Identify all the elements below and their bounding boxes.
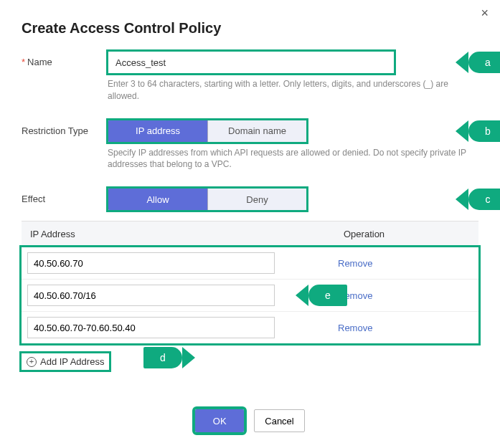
callout-a: a [468,52,500,73]
callout-d: d [143,347,182,368]
name-label-text: Name [27,57,52,67]
callout-b: b [468,120,500,142]
name-input[interactable] [108,51,395,74]
ip-table: IP Address Operation Remove Remove e Rem… [22,221,478,343]
table-row: Remove [22,247,478,280]
plus-icon: + [27,357,37,367]
name-label: *Name [22,51,108,67]
th-operation: Operation [335,221,478,247]
effect-segmented: Allow Deny [108,188,307,211]
table-body: Remove Remove e Remove [22,247,478,343]
cancel-button[interactable]: Cancel [254,409,304,432]
remove-link[interactable]: Remove [338,258,372,269]
add-ip-label: Add IP Address [40,356,104,367]
restriction-hint: Specify IP addresses from which API requ… [108,147,473,171]
ok-button[interactable]: OK [195,409,244,432]
effect-option-deny[interactable]: Deny [207,189,306,210]
table-row: Remove [22,312,478,343]
effect-label: Effect [22,188,108,204]
callout-c: c [468,189,500,210]
add-ip-button[interactable]: + Add IP Address [22,353,109,370]
th-ip: IP Address [22,221,335,247]
ip-input[interactable] [27,317,275,338]
dialog-footer: OK Cancel [0,409,500,432]
ip-input[interactable] [27,285,275,306]
close-icon[interactable]: × [481,6,489,21]
dialog-title: Create Access Control Policy [0,0,500,51]
table-header: IP Address Operation [22,221,478,247]
callout-e: e [308,285,347,306]
row-effect: Effect Allow Deny c [22,188,478,211]
remove-link[interactable]: Remove [338,323,372,333]
effect-option-allow[interactable]: Allow [108,189,207,210]
restriction-option-domain[interactable]: Domain name [207,120,306,142]
ip-input[interactable] [27,252,275,274]
row-name: *Name a Enter 3 to 64 characters, starti… [22,51,478,115]
row-restriction: Restriction Type IP address Domain name … [22,120,478,184]
name-hint: Enter 3 to 64 characters, starting with … [108,78,473,103]
table-row: Remove e [22,280,478,312]
restriction-segmented: IP address Domain name [108,120,307,143]
restriction-label: Restriction Type [22,120,108,136]
required-marker: * [22,57,25,67]
restriction-option-ip[interactable]: IP address [108,120,207,142]
